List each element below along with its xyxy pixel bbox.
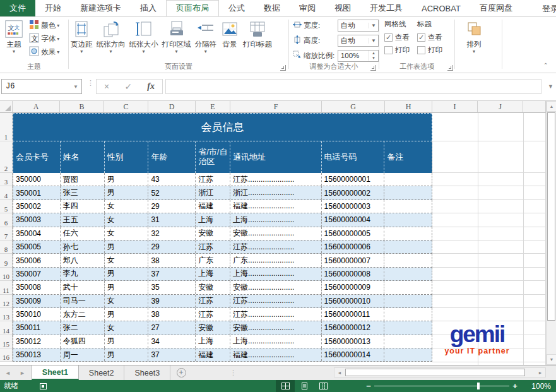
- theme-fonts-button[interactable]: 文字体▾: [27, 32, 61, 45]
- cell[interactable]: [384, 227, 432, 240]
- row-header-8[interactable]: 8: [0, 241, 13, 254]
- record-macro-icon[interactable]: [40, 383, 47, 389]
- cell[interactable]: 15600000014: [322, 348, 385, 361]
- column-header-C[interactable]: C: [104, 101, 148, 113]
- sheet-tab-Sheet3[interactable]: Sheet3: [124, 365, 170, 380]
- cell[interactable]: 15600000006: [322, 241, 385, 253]
- ribbon-tab-10[interactable]: 百度网盘: [470, 0, 522, 16]
- row-header-7[interactable]: 7: [0, 227, 13, 241]
- table-header-cell[interactable]: 电话号码: [322, 141, 385, 173]
- scale-dialog-launcher[interactable]: [370, 65, 376, 71]
- table-header-cell[interactable]: 通讯地址: [230, 141, 322, 173]
- ribbon-tab-9[interactable]: ACROBAT: [412, 0, 470, 16]
- table-title-cell[interactable]: 会员信息: [13, 113, 432, 141]
- cell[interactable]: 江苏: [196, 308, 230, 321]
- cell[interactable]: 令狐四: [61, 335, 105, 348]
- cell[interactable]: 女: [105, 200, 149, 213]
- collapse-ribbon-icon[interactable]: ⌃: [543, 62, 548, 69]
- horizontal-scrollbar[interactable]: ◄ ►: [334, 367, 546, 377]
- cell[interactable]: [384, 254, 432, 266]
- cell[interactable]: 上海: [196, 213, 230, 226]
- paper-size-button[interactable]: 纸张大小▾: [127, 18, 160, 61]
- table-header-cell[interactable]: 性别: [105, 141, 149, 173]
- unchecked-checkbox-icon[interactable]: [417, 46, 425, 54]
- cell[interactable]: 35: [148, 281, 196, 294]
- cell[interactable]: 王五: [61, 213, 105, 226]
- cell[interactable]: 上海: [196, 335, 230, 348]
- cell[interactable]: 女: [105, 295, 149, 307]
- cell[interactable]: 15600000013: [322, 335, 385, 348]
- print-titles-button[interactable]: 打印标题: [241, 18, 274, 61]
- spin-down-icon[interactable]: ▼: [369, 56, 378, 61]
- cell[interactable]: 350003: [13, 213, 61, 226]
- column-header-B[interactable]: B: [60, 101, 104, 113]
- row-header-4[interactable]: 4: [0, 186, 13, 199]
- cell[interactable]: 武十: [61, 281, 105, 294]
- cell[interactable]: 43: [148, 173, 196, 186]
- cell[interactable]: [384, 281, 432, 294]
- cell[interactable]: 上海......................: [230, 335, 322, 348]
- ribbon-tab-0[interactable]: 开始: [35, 0, 71, 16]
- cell[interactable]: 350004: [13, 227, 61, 240]
- cell[interactable]: 350006: [13, 254, 61, 266]
- cell[interactable]: 福建......................: [230, 348, 322, 361]
- select-all-corner[interactable]: [0, 101, 13, 113]
- cell[interactable]: 福建: [196, 200, 230, 213]
- cell[interactable]: 37: [148, 348, 196, 361]
- sheet-options-dialog-launcher[interactable]: [447, 65, 453, 71]
- ribbon-tab-4[interactable]: 公式: [219, 0, 254, 16]
- breaks-button[interactable]: 分隔符▾: [193, 18, 219, 61]
- ribbon-tab-5[interactable]: 数据: [254, 0, 290, 16]
- column-header-D[interactable]: D: [148, 101, 196, 113]
- zoom-percentage[interactable]: 100%: [531, 382, 551, 391]
- cell[interactable]: 15600000002: [322, 186, 385, 199]
- row-header-14[interactable]: 14: [0, 321, 13, 335]
- row-header-9[interactable]: 9: [0, 254, 13, 267]
- cell[interactable]: 广东......................: [230, 254, 322, 266]
- row-header-13[interactable]: 13: [0, 308, 13, 321]
- table-header-cell[interactable]: 年龄: [148, 141, 196, 173]
- column-header-A[interactable]: A: [13, 101, 60, 113]
- formula-bar-grip[interactable]: ⋮: [87, 81, 94, 85]
- cell[interactable]: 350008: [13, 281, 61, 294]
- row-header-16[interactable]: 16: [0, 348, 13, 362]
- column-header-H[interactable]: H: [385, 101, 432, 113]
- cell[interactable]: 15600000007: [322, 254, 385, 266]
- cell[interactable]: 江苏......................: [230, 308, 322, 321]
- cell[interactable]: 31: [148, 213, 196, 226]
- cell[interactable]: 15600000011: [322, 308, 385, 321]
- cell[interactable]: 男: [105, 268, 149, 280]
- cell[interactable]: 15600000012: [322, 321, 385, 334]
- cell[interactable]: 39: [148, 295, 196, 307]
- cell[interactable]: 张三: [61, 186, 105, 199]
- name-box[interactable]: J6 ▼: [1, 79, 82, 94]
- cell[interactable]: 任六: [61, 227, 105, 240]
- cell[interactable]: 女: [105, 321, 149, 334]
- enter-icon[interactable]: ✓: [124, 81, 132, 92]
- checkbox-row[interactable]: 打印: [384, 44, 410, 56]
- cell[interactable]: 江苏......................: [230, 173, 322, 186]
- cell[interactable]: 上海......................: [230, 213, 322, 226]
- cell[interactable]: 东方二: [61, 308, 105, 321]
- zoom-slider[interactable]: [374, 386, 509, 386]
- background-button[interactable]: 背景: [218, 18, 241, 61]
- cell[interactable]: 浙江......................: [230, 186, 322, 199]
- theme-colors-button[interactable]: 颜色▾: [27, 19, 61, 32]
- cell[interactable]: 李九: [61, 268, 105, 280]
- unchecked-checkbox-icon[interactable]: [384, 46, 393, 54]
- formula-input[interactable]: [165, 79, 541, 94]
- page-setup-dialog-launcher[interactable]: [280, 65, 286, 71]
- name-box-caret-icon[interactable]: ▼: [70, 84, 81, 90]
- row-header-6[interactable]: 6: [0, 213, 13, 227]
- cell[interactable]: 52: [148, 186, 196, 199]
- cell[interactable]: 江苏: [196, 173, 230, 186]
- checked-checkbox-icon[interactable]: ✓: [384, 33, 393, 42]
- cell[interactable]: 15600000004: [322, 213, 385, 226]
- margins-button[interactable]: 页边距▾: [69, 18, 95, 61]
- cell[interactable]: 安徽......................: [230, 227, 322, 240]
- cell[interactable]: 男: [105, 241, 149, 253]
- cell[interactable]: 福建: [196, 348, 230, 361]
- column-header-partial[interactable]: [523, 101, 546, 113]
- cell[interactable]: 29: [148, 200, 196, 213]
- cell[interactable]: [384, 348, 432, 361]
